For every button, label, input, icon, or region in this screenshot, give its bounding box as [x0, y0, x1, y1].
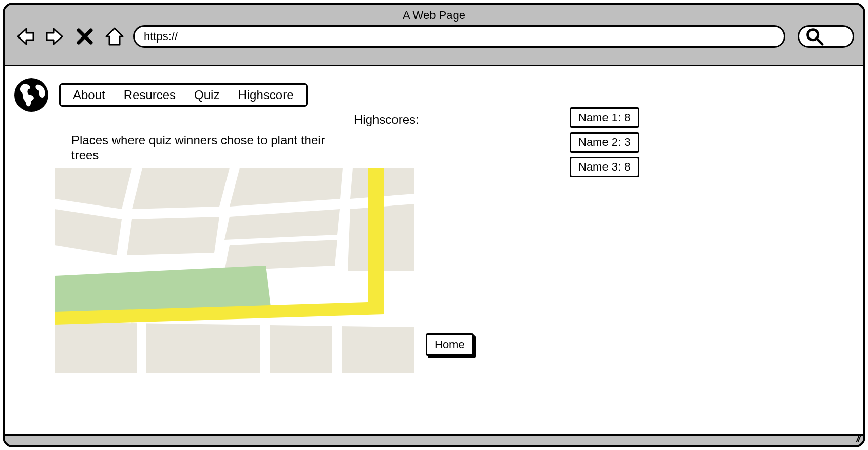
globe-icon [13, 77, 50, 114]
browser-chrome: A Web Page https:// [5, 5, 863, 66]
svg-marker-9 [127, 217, 219, 255]
home-chrome-button[interactable] [103, 25, 126, 48]
resize-grip-icon[interactable]: // [856, 434, 859, 445]
nav-highscore[interactable]: Highscore [238, 88, 293, 102]
svg-marker-11 [224, 240, 337, 271]
address-bar[interactable]: https:// [133, 25, 785, 48]
window-title: A Web Page [14, 8, 854, 25]
arrow-left-icon [15, 26, 35, 47]
map-widget[interactable] [55, 168, 414, 373]
svg-line-1 [817, 39, 822, 44]
magnifier-icon [804, 26, 825, 47]
status-bar: // [5, 434, 863, 445]
highscore-entry: Name 1: 8 [570, 107, 639, 128]
svg-rect-18 [137, 322, 146, 373]
search-button[interactable] [798, 25, 854, 48]
nav-resources[interactable]: Resurces [124, 88, 176, 102]
browser-window-frame: A Web Page https:// [3, 3, 865, 447]
main-nav: About Resurces Quiz Highscore [59, 83, 308, 107]
home-icon [104, 26, 125, 47]
home-button[interactable]: Home [426, 333, 474, 356]
forward-button[interactable] [44, 25, 66, 48]
back-button[interactable] [14, 25, 36, 48]
address-bar-text: https:// [144, 30, 178, 43]
nav-quiz[interactable]: Quiz [194, 88, 219, 102]
highscores-heading: Highscores: [354, 113, 419, 127]
map-caption: Places where quiz winners chose to plant… [71, 133, 349, 163]
svg-marker-16 [368, 168, 384, 312]
stop-button[interactable] [73, 25, 96, 48]
site-header: About Resurces Quiz Highscore [13, 77, 857, 114]
highscore-entry: Name 2: 3 [570, 132, 639, 153]
site-logo[interactable] [13, 77, 50, 114]
nav-about[interactable]: About [73, 88, 105, 102]
svg-rect-19 [260, 322, 270, 373]
page-content: About Resurces Quiz Highscore Highscores… [5, 66, 863, 434]
highscore-entry: Name 3: 8 [570, 157, 639, 177]
x-icon [74, 26, 95, 47]
svg-rect-20 [332, 322, 342, 373]
browser-toolbar: https:// [14, 25, 854, 48]
svg-marker-5 [132, 168, 230, 209]
arrow-right-icon [45, 26, 65, 47]
map-icon [55, 168, 414, 373]
highscores-list: Name 1: 8 Name 2: 3 Name 3: 8 [570, 107, 639, 177]
